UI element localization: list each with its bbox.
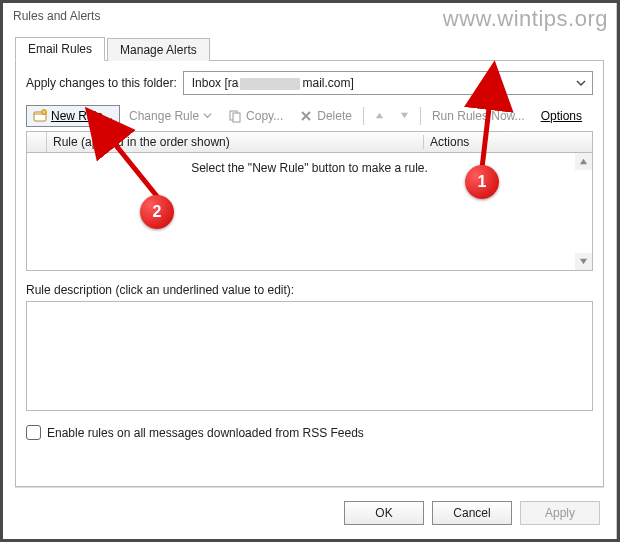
copy-icon [228,109,242,123]
rules-list-body: Select the "New Rule" button to make a r… [26,153,593,271]
delete-icon [299,109,313,123]
rules-list-header-checkbox-col [27,132,47,152]
toolbar-separator [363,107,364,125]
new-rule-label: New Rule... [51,109,113,123]
content-area: Email Rules Manage Alerts Apply changes … [3,29,616,539]
move-up-button[interactable] [368,105,391,127]
dialog-window: Rules and Alerts Email Rules Manage Aler… [3,3,617,539]
apply-changes-row: Apply changes to this folder: Inbox [ram… [26,71,593,95]
rule-toolbar: New Rule... Change Rule Copy... [26,103,593,129]
triangle-up-icon [579,157,588,166]
redacted-email-part [240,78,300,90]
window-title: Rules and Alerts [3,3,616,29]
chevron-down-icon [203,109,212,123]
apply-button[interactable]: Apply [520,501,600,525]
toolbar-separator [420,107,421,125]
run-rules-label: Run Rules Now... [432,109,525,123]
folder-combobox[interactable]: Inbox [ramail.com] [183,71,593,95]
scroll-up-button[interactable] [575,153,592,170]
folder-combo-text: Inbox [ramail.com] [192,76,572,90]
chevron-down-icon [576,78,586,88]
rss-checkbox-row: Enable rules on all messages downloaded … [26,425,593,440]
rules-list-header: Rule (applied in the order shown) Action… [26,131,593,153]
copy-label: Copy... [246,109,283,123]
triangle-down-icon [400,109,409,123]
options-button[interactable]: Options [534,105,589,127]
move-down-button[interactable] [393,105,416,127]
new-rule-icon [33,109,47,123]
change-rule-button[interactable]: Change Rule [122,105,219,127]
rules-list-header-actions[interactable]: Actions [424,135,592,149]
rules-list-empty-text: Select the "New Rule" button to make a r… [191,161,428,175]
cancel-button[interactable]: Cancel [432,501,512,525]
folder-value-suffix: mail.com] [302,76,353,90]
svg-rect-3 [233,113,240,122]
folder-value-prefix: Inbox [ra [192,76,239,90]
tab-email-rules[interactable]: Email Rules [15,37,105,61]
new-rule-button[interactable]: New Rule... [26,105,120,127]
rule-description-box[interactable] [26,301,593,411]
run-rules-now-button[interactable]: Run Rules Now... [425,105,532,127]
triangle-up-icon [375,109,384,123]
copy-button[interactable]: Copy... [221,105,290,127]
change-rule-label: Change Rule [129,109,199,123]
rule-description-label: Rule description (click an underlined va… [26,283,593,297]
triangle-down-icon [579,257,588,266]
rules-list-header-rule[interactable]: Rule (applied in the order shown) [47,135,424,149]
delete-label: Delete [317,109,352,123]
tab-manage-alerts[interactable]: Manage Alerts [107,38,210,61]
folder-combo-dropdown-button[interactable] [572,74,590,92]
rss-checkbox[interactable] [26,425,41,440]
options-label: Options [541,109,582,123]
tab-strip: Email Rules Manage Alerts [15,35,604,61]
ok-button[interactable]: OK [344,501,424,525]
delete-button[interactable]: Delete [292,105,359,127]
apply-changes-label: Apply changes to this folder: [26,76,177,90]
rss-checkbox-label: Enable rules on all messages downloaded … [47,426,364,440]
tab-body: Apply changes to this folder: Inbox [ram… [15,61,604,487]
dialog-button-row: OK Cancel Apply [15,487,604,529]
svg-point-1 [42,110,47,115]
scroll-down-button[interactable] [575,253,592,270]
